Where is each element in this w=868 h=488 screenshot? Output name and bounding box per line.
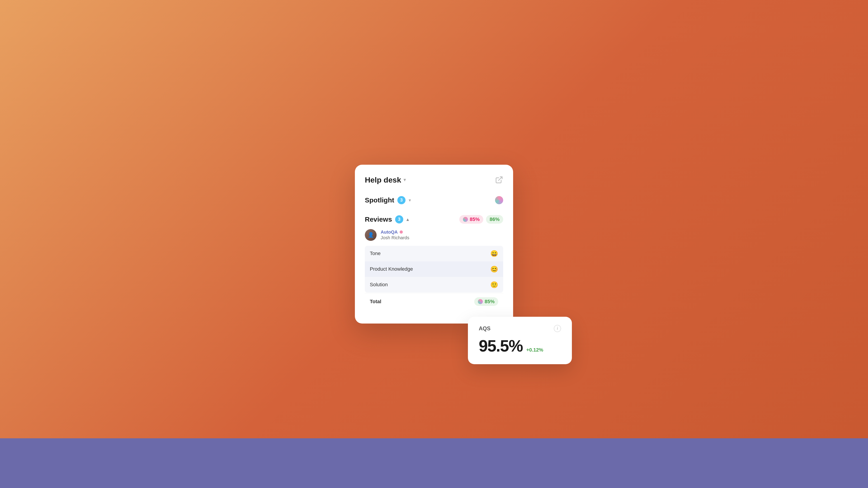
header-left: Help desk ▾ xyxy=(365,175,406,184)
reviews-section: Reviews 3 ▴ 85% 86% 👤 AutoQA xyxy=(365,215,503,310)
reviewer-name: Josh Richards xyxy=(381,235,409,240)
spotlight-title: Spotlight xyxy=(365,196,394,204)
spotlight-color-circle xyxy=(495,196,503,204)
reviews-chevron-icon[interactable]: ▴ xyxy=(406,217,409,222)
category-label: Solution xyxy=(370,282,388,288)
aqs-title: AQS xyxy=(479,325,491,332)
reviews-header: Reviews 3 ▴ 85% 86% xyxy=(365,215,503,224)
aqs-value-row: 95.5% +0.12% xyxy=(479,337,561,355)
aqs-header: AQS i xyxy=(479,325,561,332)
table-row: Solution 🙂 xyxy=(365,277,503,293)
reviews-title: Reviews xyxy=(365,216,392,223)
reviews-percent-1: 85% xyxy=(459,215,483,224)
category-label: Tone xyxy=(370,251,381,256)
scene: Help desk ▾ Spotlight 3 ▾ xyxy=(355,165,513,324)
mini-pie-icon xyxy=(463,217,468,222)
spotlight-chevron-icon[interactable]: ▾ xyxy=(409,197,411,203)
aqs-value: 95.5% xyxy=(479,337,523,355)
total-mini-pie-icon xyxy=(478,299,483,304)
card-header: Help desk ▾ xyxy=(365,175,503,184)
table-row: Product Knowledge 😊 xyxy=(365,261,503,277)
external-link-icon[interactable] xyxy=(495,176,503,184)
total-badge: 85% xyxy=(474,297,498,306)
card-title: Help desk xyxy=(365,175,401,184)
spotlight-badge: 3 xyxy=(397,196,405,204)
total-percent: 85% xyxy=(485,299,495,304)
category-emoji: 🙂 xyxy=(490,281,498,289)
avatar: 👤 xyxy=(365,229,377,241)
category-emoji: 😄 xyxy=(490,250,498,257)
reviewer-row: 👤 AutoQA Josh Richards xyxy=(365,229,503,241)
info-icon[interactable]: i xyxy=(554,325,561,332)
svg-line-0 xyxy=(498,177,502,181)
pink-dot-icon xyxy=(400,230,403,234)
reviews-badge: 3 xyxy=(395,215,403,223)
spotlight-left: Spotlight 3 ▾ xyxy=(365,196,411,204)
aqs-delta: +0.12% xyxy=(526,347,543,353)
header-chevron-icon[interactable]: ▾ xyxy=(403,177,406,183)
category-emoji: 😊 xyxy=(490,265,498,273)
aqs-card: AQS i 95.5% +0.12% xyxy=(468,317,572,364)
categories-table: Tone 😄 Product Knowledge 😊 Solution 🙂 xyxy=(365,246,503,293)
total-row: Total 85% xyxy=(365,293,503,310)
reviews-left: Reviews 3 ▴ xyxy=(365,215,409,223)
category-label: Product Knowledge xyxy=(370,266,413,272)
table-row: Tone 😄 xyxy=(365,246,503,261)
spotlight-section: Spotlight 3 ▾ xyxy=(365,196,503,204)
main-card: Help desk ▾ Spotlight 3 ▾ xyxy=(355,165,513,324)
total-label: Total xyxy=(370,299,381,304)
reviewer-info: AutoQA Josh Richards xyxy=(381,230,409,240)
reviews-percent-2: 86% xyxy=(486,215,503,224)
reviewer-name-row: AutoQA xyxy=(381,230,409,235)
autoqa-label: AutoQA xyxy=(381,230,398,235)
reviews-right: 85% 86% xyxy=(459,215,503,224)
